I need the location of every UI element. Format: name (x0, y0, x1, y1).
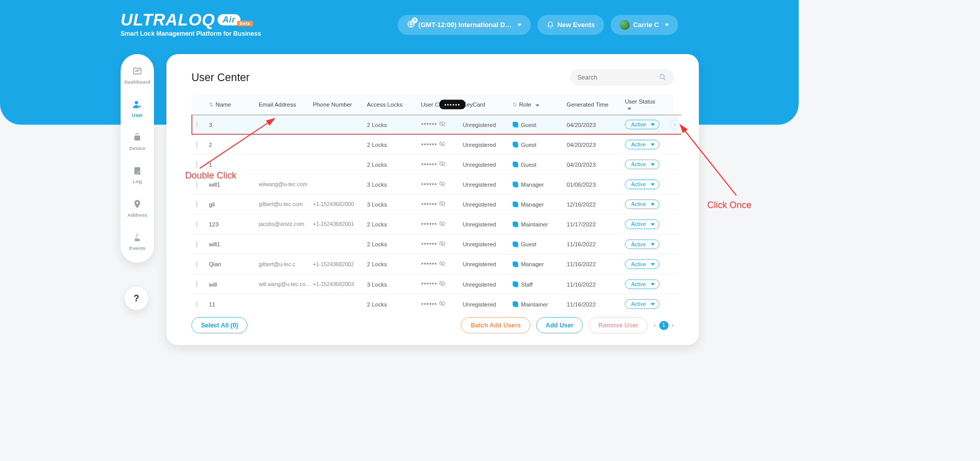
sidebar: Dashboard User Device Log Address Events (120, 54, 154, 263)
row-checkbox[interactable] (197, 161, 198, 168)
select-all-button[interactable]: Select All (0) (191, 317, 248, 334)
eye-off-icon[interactable] (438, 262, 445, 268)
sidebar-item-events[interactable]: Events (129, 232, 145, 251)
table-row[interactable]: Qiangilbert@u-tec.c+1-152436820022 Locks… (191, 254, 678, 274)
cell-name: will1 (209, 181, 259, 188)
chevron-down-icon (651, 283, 655, 286)
timezone-selector[interactable]: ? (GMT-12:00) International D… (398, 15, 531, 35)
sidebar-item-address[interactable]: Address (127, 199, 147, 218)
row-checkbox[interactable] (197, 280, 198, 288)
cell-keycard: Unregistered (462, 261, 512, 267)
search-box[interactable] (570, 69, 674, 86)
eye-off-icon[interactable] (438, 242, 445, 248)
cell-keycard: Unregistered (462, 141, 512, 148)
eye-off-icon[interactable] (438, 142, 445, 148)
eye-off-icon[interactable] (438, 122, 445, 129)
chevron-down-icon[interactable] (627, 108, 631, 110)
col-locks[interactable]: Access Locks (367, 101, 421, 108)
cell-keycard: Unregistered (462, 241, 512, 247)
status-pill[interactable]: Active (625, 279, 659, 289)
col-keycard[interactable]: KeyCard (462, 101, 512, 108)
col-user-code[interactable]: User C (421, 101, 439, 108)
chevron-down-icon (651, 123, 655, 126)
sidebar-label: User (132, 112, 143, 118)
table-row[interactable]: 22 Locks****** UnregisteredGuest04/20/20… (191, 135, 678, 155)
brand-beta-badge: Beta (237, 21, 253, 27)
pager-next[interactable]: › (672, 321, 674, 329)
row-checkbox[interactable] (197, 300, 198, 308)
eye-off-icon[interactable] (438, 182, 445, 188)
new-events-button[interactable]: New Events (537, 15, 604, 35)
eye-off-icon[interactable] (438, 221, 445, 228)
sidebar-item-user[interactable]: User (132, 99, 143, 118)
status-pill[interactable]: Active (625, 299, 659, 309)
redacted-header-pill: •••••• (439, 100, 466, 110)
col-status[interactable]: User Status (625, 98, 655, 105)
row-expand-button[interactable]: › (670, 119, 680, 130)
cell-code: ****** (421, 240, 463, 248)
pager-page[interactable]: 1 (659, 321, 669, 330)
cell-keycard: Unregistered (462, 281, 512, 288)
table-row[interactable]: 32 Locks****** UnregisteredGuest04/20/20… (191, 115, 678, 135)
table-row[interactable]: will12 Locks****** UnregisteredGuest11/1… (191, 235, 678, 254)
col-email[interactable]: Email Address (259, 101, 313, 108)
eye-off-icon[interactable] (438, 301, 445, 308)
col-name[interactable]: Name (215, 101, 231, 108)
cell-name: will (209, 281, 259, 288)
add-user-button[interactable]: Add User (536, 317, 583, 334)
status-pill[interactable]: Active (625, 199, 659, 209)
status-pill[interactable]: Active (625, 120, 659, 130)
search-input[interactable] (577, 74, 652, 81)
table-row[interactable]: gilgilbert@u-tec.com+1-152436820003 Lock… (191, 194, 678, 214)
status-pill[interactable]: Active (625, 260, 659, 269)
sidebar-item-log[interactable]: Log (132, 165, 142, 184)
status-pill[interactable]: Active (625, 140, 659, 149)
table-row[interactable]: will1wiiwang@u-tec.com3 Locks****** Unre… (191, 174, 678, 194)
row-checkbox[interactable] (197, 141, 198, 148)
pager-prev[interactable]: ‹ (654, 321, 656, 329)
chevron-down-icon (651, 143, 655, 146)
remove-user-button[interactable]: Remove User (589, 317, 648, 334)
svg-rect-8 (135, 239, 140, 241)
col-role[interactable]: Role (519, 101, 531, 108)
status-pill[interactable]: Active (625, 160, 659, 169)
eye-off-icon[interactable] (438, 281, 445, 288)
row-checkbox[interactable] (197, 220, 198, 228)
table-row[interactable]: 112 Locks****** UnregisteredMaintainer11… (191, 294, 678, 311)
sidebar-item-dashboard[interactable]: Dashboard (124, 66, 150, 85)
row-checkbox[interactable] (197, 181, 198, 188)
status-pill[interactable]: Active (625, 180, 659, 189)
sort-icon[interactable]: ⇅ (512, 101, 518, 108)
row-checkbox[interactable] (197, 240, 198, 248)
help-button[interactable]: ? (125, 287, 149, 310)
row-checkbox[interactable] (197, 121, 198, 129)
help-label: ? (134, 293, 139, 304)
table-row[interactable]: 12 Locks****** UnregisteredGuest04/20/20… (191, 155, 678, 174)
chevron-down-icon[interactable] (535, 105, 540, 107)
cell-code: ****** (421, 220, 463, 228)
sort-icon[interactable]: ⇅ (209, 101, 214, 108)
cell-phone: +1-15243682001 (313, 221, 367, 227)
eye-off-icon[interactable] (438, 201, 445, 208)
table-row[interactable]: 123jacobs@anviz.com+1-152436820012 Locks… (191, 215, 678, 235)
user-menu[interactable]: Carrie C (610, 15, 678, 35)
svg-rect-4 (134, 136, 140, 141)
cell-role: Maintainer (512, 221, 567, 227)
status-pill[interactable]: Active (625, 219, 659, 229)
table-row[interactable]: willwill.wang@u-tec.co…+1-152436820033 L… (191, 274, 678, 294)
row-checkbox[interactable] (197, 200, 198, 208)
row-checkbox[interactable] (197, 261, 198, 268)
cell-generated: 01/06/2023 (567, 181, 625, 188)
eye-off-icon[interactable] (438, 162, 445, 168)
sidebar-item-device[interactable]: Device (129, 132, 145, 151)
chevron-down-icon (651, 223, 655, 225)
tag-icon (512, 261, 518, 267)
table-body[interactable]: 32 Locks****** UnregisteredGuest04/20/20… (191, 115, 681, 311)
cell-role: Manager (512, 181, 567, 188)
col-generated[interactable]: Generated Time (567, 101, 625, 108)
cell-generated: 04/20/2023 (567, 161, 625, 168)
col-phone[interactable]: Phone Number (313, 101, 367, 108)
batch-add-users-button[interactable]: Batch Add Users (461, 317, 530, 334)
status-pill[interactable]: Active (625, 239, 659, 249)
device-icon (132, 132, 142, 143)
